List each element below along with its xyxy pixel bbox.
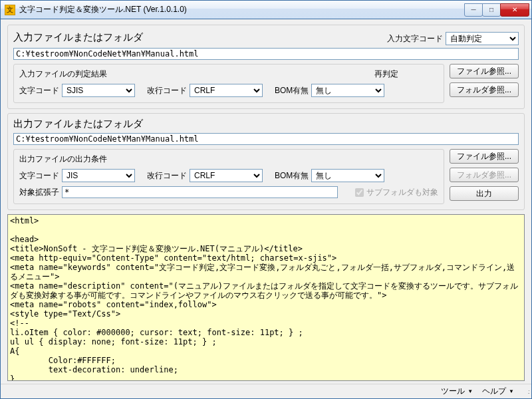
- input-folder-ref-button[interactable]: フォルダ参照...: [450, 82, 519, 97]
- input-encoding-label: 入力文字コード: [387, 33, 443, 45]
- input-char-label: 文字コード: [19, 85, 59, 96]
- subfolder-checkbox-input: [355, 188, 364, 197]
- input-judge-title: 入力ファイルの判定結果: [19, 68, 107, 80]
- output-group-title: 出力ファイルまたはフォルダ: [13, 118, 143, 130]
- minimize-button[interactable]: ─: [464, 3, 483, 17]
- output-file-ref-button[interactable]: ファイル参照...: [450, 149, 519, 164]
- close-button[interactable]: ✕: [500, 3, 529, 17]
- output-ext-label: 対象拡張子: [19, 187, 59, 198]
- statusbar: ツール ▼ ヘルプ ▼ .::: [1, 384, 531, 398]
- tools-menu[interactable]: ツール ▼: [437, 386, 477, 397]
- input-encoding-select[interactable]: 自動判定: [446, 32, 519, 45]
- input-bom-select[interactable]: 無し: [311, 84, 384, 97]
- help-menu[interactable]: ヘルプ ▼: [478, 386, 518, 397]
- output-path-field[interactable]: [13, 133, 519, 145]
- maximize-button[interactable]: □: [482, 3, 501, 17]
- rejudge-label: 再判定: [374, 68, 398, 80]
- content-area: 入力ファイルまたはフォルダ 入力文字コード 自動判定 入力ファイルの判定結果 再…: [1, 19, 531, 384]
- input-file-ref-button[interactable]: ファイル参照...: [450, 64, 519, 78]
- output-char-label: 文字コード: [19, 170, 59, 182]
- resize-grip[interactable]: .::: [519, 390, 529, 394]
- output-group: 出力ファイルまたはフォルダ 出力ファイルの出力条件 文字コード JIS 改行コー…: [7, 113, 525, 210]
- output-lf-select[interactable]: CRLF: [190, 169, 263, 182]
- chevron-down-icon: ▼: [509, 388, 514, 394]
- output-ext-field[interactable]: [62, 186, 338, 198]
- subfolder-label: サブフォルダも対象: [366, 187, 438, 198]
- input-lf-select[interactable]: CRLF: [190, 84, 263, 97]
- input-bom-label: BOM有無: [275, 85, 309, 96]
- chevron-down-icon: ▼: [467, 388, 473, 394]
- output-folder-ref-button: フォルダ参照...: [450, 168, 519, 182]
- subfolder-checkbox: サブフォルダも対象: [355, 187, 438, 198]
- output-bom-select[interactable]: 無し: [311, 169, 384, 182]
- window-title: 文字コード判定＆変換ツール.NET (Ver.1.0.1.0): [19, 4, 465, 15]
- input-lf-label: 改行コード: [147, 85, 187, 96]
- app-window: 文 文字コード判定＆変換ツール.NET (Ver.1.0.1.0) ─ □ ✕ …: [0, 0, 532, 399]
- input-group-title: 入力ファイルまたはフォルダ: [13, 31, 143, 44]
- input-group: 入力ファイルまたはフォルダ 入力文字コード 自動判定 入力ファイルの判定結果 再…: [7, 25, 525, 109]
- input-judge-group: 入力ファイルの判定結果 再判定 文字コード SJIS 改行コード CRLF BO…: [13, 64, 444, 103]
- app-icon: 文: [5, 5, 15, 15]
- output-cond-group: 出力ファイルの出力条件 文字コード JIS 改行コード CRLF BOM有無 無…: [13, 149, 444, 204]
- output-bom-label: BOM有無: [275, 170, 309, 182]
- output-button[interactable]: 出力: [450, 186, 519, 201]
- output-cond-title: 出力ファイルの出力条件: [19, 154, 107, 165]
- tools-label: ツール: [441, 386, 465, 397]
- input-char-select[interactable]: SJIS: [62, 84, 135, 97]
- titlebar[interactable]: 文 文字コード判定＆変換ツール.NET (Ver.1.0.1.0) ─ □ ✕: [1, 1, 531, 19]
- output-char-select[interactable]: JIS: [62, 169, 135, 182]
- help-label: ヘルプ: [482, 386, 506, 397]
- input-path-field[interactable]: [13, 48, 519, 60]
- preview-pane[interactable]: <html> <head> <title>NonSoft - 文字コード判定＆変…: [7, 214, 525, 381]
- output-lf-label: 改行コード: [147, 170, 187, 182]
